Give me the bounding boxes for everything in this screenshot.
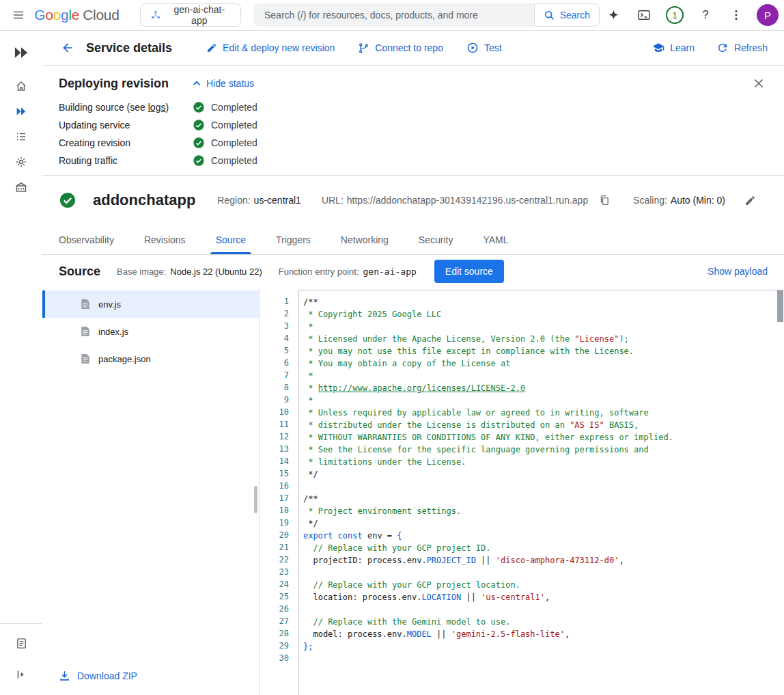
service-status-check-icon xyxy=(59,191,76,209)
action-repo[interactable]: Connect to repo xyxy=(358,42,443,54)
refresh-icon xyxy=(716,42,729,54)
service-action-bar: Service details Edit & deploy new revisi… xyxy=(42,31,784,66)
code-line xyxy=(303,603,784,616)
cloud-shell-button[interactable] xyxy=(630,1,658,29)
file-name: env.js xyxy=(98,299,121,310)
rail-list-button[interactable] xyxy=(8,124,34,149)
help-button[interactable]: ? xyxy=(692,1,719,29)
rail-cloud-run-button[interactable] xyxy=(8,98,34,124)
file-list: env.jsindex.jspackage.json xyxy=(42,290,259,372)
check-circle-icon xyxy=(193,137,205,149)
topbar-right: 1 ? P xyxy=(600,1,779,29)
service-summary: addonchatapp Region: us-central1 URL: ht… xyxy=(42,176,784,225)
status-text: Completed xyxy=(211,102,257,113)
download-icon xyxy=(59,670,70,681)
tab-security[interactable]: Security xyxy=(413,225,459,254)
code-line: * Project environment settings. xyxy=(303,505,784,517)
copy-url-button[interactable] xyxy=(596,191,613,209)
deploy-step: Building source (see logs)Completed xyxy=(59,98,768,116)
release-notes-icon xyxy=(15,637,28,650)
rail-organization-button[interactable] xyxy=(8,174,34,200)
logs-link[interactable]: logs xyxy=(148,102,166,113)
project-name: gen-ai-chat-app xyxy=(168,4,231,26)
file-icon xyxy=(81,299,90,310)
action-play[interactable]: Test xyxy=(466,42,502,54)
tab-yaml[interactable]: YAML xyxy=(477,225,514,254)
source-toolbar: Source Base image: Node.js 22 (Ubuntu 22… xyxy=(42,255,784,288)
notification-badge-button[interactable]: 1 xyxy=(661,1,688,29)
learn-icon xyxy=(652,42,664,54)
gemini-button[interactable] xyxy=(600,1,627,29)
more-options-button[interactable] xyxy=(723,1,750,29)
file-index.js[interactable]: index.js xyxy=(42,318,259,345)
action-edit[interactable]: Edit & deploy new revision xyxy=(206,42,335,53)
file-icon xyxy=(81,353,90,364)
account-avatar[interactable]: P xyxy=(753,4,779,26)
search-button[interactable]: Search xyxy=(534,3,600,27)
tab-source[interactable]: Source xyxy=(210,225,251,254)
function-entry-point: Function entry point: gen-ai-app xyxy=(279,267,417,277)
hide-status-button[interactable]: Hide status xyxy=(192,78,254,89)
cloud-run-logo-icon xyxy=(12,38,30,68)
code-line: // Replace with the Gemini model to use. xyxy=(303,616,784,628)
tab-networking[interactable]: Networking xyxy=(335,225,394,254)
deploy-steps: Building source (see logs)CompletedUpdat… xyxy=(59,98,768,169)
service-scaling: Scaling: Auto (Min: 0) xyxy=(633,195,725,206)
menu-button[interactable] xyxy=(5,1,31,29)
code-line xyxy=(303,653,784,665)
code-line: /** xyxy=(303,296,784,308)
edit-scaling-button[interactable] xyxy=(740,191,759,210)
file-package.json[interactable]: package.json xyxy=(42,345,259,372)
tab-triggers[interactable]: Triggers xyxy=(270,225,316,254)
tab-revisions[interactable]: Revisions xyxy=(139,225,191,254)
code-editor: 1234567891011121314151617181920212223242… xyxy=(260,288,784,695)
service-url-value[interactable]: https://addonchatapp-301439142196.us-cen… xyxy=(347,195,588,206)
tab-observability[interactable]: Observability xyxy=(53,225,120,254)
status-text: Completed xyxy=(211,155,257,166)
action-refresh[interactable]: Refresh xyxy=(716,42,768,54)
code-line: * you may not use this file except in co… xyxy=(303,345,784,357)
download-zip-label: Download ZIP xyxy=(77,670,137,681)
project-selector[interactable]: gen-ai-chat-app xyxy=(140,3,241,27)
actionbar-actions: Edit & deploy new revisionConnect to rep… xyxy=(206,42,502,54)
editor-code[interactable]: /** * Copyright 2025 Google LLC * * Lice… xyxy=(298,290,784,695)
back-button[interactable] xyxy=(59,39,76,57)
google-logo-wordmark: Google xyxy=(34,7,79,23)
actionbar-right: LearnRefresh xyxy=(652,42,768,54)
rail-services-button[interactable] xyxy=(8,149,34,174)
search-icon xyxy=(544,10,555,21)
notification-badge: 1 xyxy=(666,6,684,24)
source-title: Source xyxy=(59,264,100,279)
rail-home-button[interactable] xyxy=(8,73,34,98)
check-circle-icon xyxy=(193,154,205,167)
code-line: * WITHOUT WARRANTIES OR CONDITIONS OF AN… xyxy=(303,431,784,444)
download-zip-button[interactable]: Download ZIP xyxy=(42,659,259,695)
filetree-scrollbar[interactable] xyxy=(254,486,257,513)
check-circle-icon xyxy=(193,101,205,113)
deploy-step-status: Completed xyxy=(193,137,257,149)
file-tree-panel: env.jsindex.jspackage.json Download ZIP xyxy=(42,288,260,695)
more-vert-icon xyxy=(730,9,742,21)
page-title: Service details xyxy=(86,41,172,55)
google-cloud-logo[interactable]: Google Cloud xyxy=(34,7,119,23)
code-line: }; xyxy=(303,640,784,653)
code-line: */ xyxy=(303,468,784,480)
action-label: Connect to repo xyxy=(375,42,443,53)
cloud-run-icon xyxy=(15,105,27,118)
file-env.js[interactable]: env.js xyxy=(42,290,259,318)
action-label: Refresh xyxy=(734,42,768,53)
rail-release-notes-button[interactable] xyxy=(8,631,34,656)
edit-source-button[interactable]: Edit source xyxy=(434,260,504,283)
code-line: * xyxy=(303,370,784,382)
close-panel-button[interactable] xyxy=(750,74,768,92)
action-learn[interactable]: Learn xyxy=(652,42,695,54)
deploy-step-status: Completed xyxy=(193,101,257,113)
rail-expand-button[interactable] xyxy=(8,662,34,687)
editor-scrollbar[interactable] xyxy=(777,290,783,322)
show-payload-link[interactable]: Show payload xyxy=(708,266,768,277)
menu-icon xyxy=(12,9,25,21)
file-name: index.js xyxy=(98,327,128,337)
code-line: * See the License for the specific langu… xyxy=(303,444,784,456)
search-input[interactable] xyxy=(253,3,534,27)
play-icon xyxy=(466,42,479,54)
